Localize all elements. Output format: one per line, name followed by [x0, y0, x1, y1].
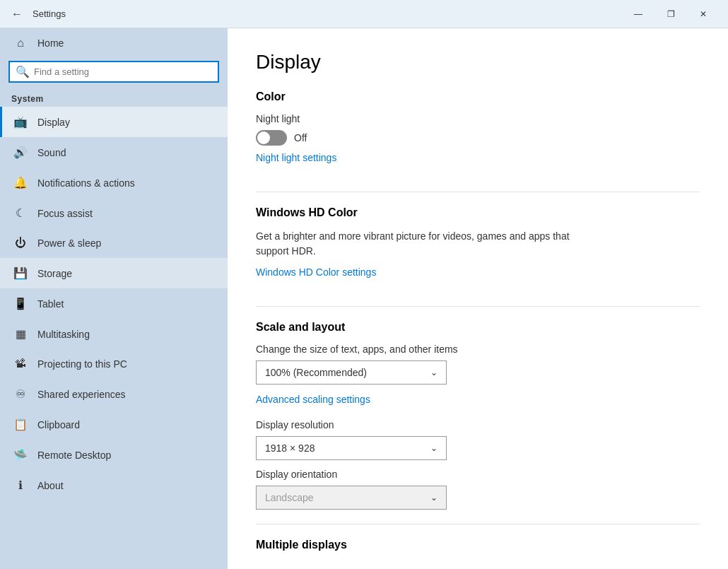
hd-color-section: Windows HD Color Get a brighter and more… — [256, 206, 700, 292]
divider-2 — [256, 306, 700, 307]
orientation-dropdown-container: Landscape ⌄ — [256, 486, 700, 510]
hd-color-settings-link[interactable]: Windows HD Color settings — [256, 266, 376, 278]
color-heading: Color — [256, 90, 700, 103]
display-icon: 📺 — [13, 115, 28, 129]
focus-icon: ☾ — [13, 206, 28, 220]
chevron-down-icon-3: ⌄ — [430, 493, 438, 503]
sidebar-item-power[interactable]: ⏻ Power & sleep — [0, 228, 228, 258]
night-light-toggle[interactable] — [256, 130, 287, 146]
close-button[interactable]: ✕ — [687, 0, 720, 28]
remote-icon: 🛸 — [13, 448, 28, 462]
resolution-label: Display resolution — [256, 419, 700, 430]
night-light-label: Night light — [256, 113, 700, 124]
sidebar-item-label: Storage — [37, 268, 72, 279]
scale-layout-heading: Scale and layout — [256, 321, 700, 334]
night-light-toggle-row: Off — [256, 130, 700, 146]
notifications-icon: 🔔 — [13, 176, 28, 189]
hd-color-description: Get a brighter and more vibrant picture … — [256, 229, 595, 259]
sidebar-item-multitasking[interactable]: ▦ Multitasking — [0, 319, 228, 349]
clipboard-icon: 📋 — [13, 418, 28, 431]
page-title: Display — [256, 51, 700, 74]
hd-color-heading: Windows HD Color — [256, 206, 700, 219]
sidebar-item-home[interactable]: ⌂ Home — [0, 28, 228, 58]
sidebar-item-label: Tablet — [37, 298, 64, 310]
sidebar-item-shared[interactable]: ♾ Shared experiences — [0, 379, 228, 409]
sidebar-item-label: Clipboard — [37, 419, 80, 430]
sidebar-item-label: Display — [37, 117, 70, 128]
chevron-down-icon: ⌄ — [430, 368, 438, 377]
sound-icon: 🔊 — [13, 146, 28, 159]
sidebar-item-display[interactable]: 📺 Display — [0, 107, 228, 137]
titlebar-title: Settings — [33, 8, 66, 19]
window-controls: — ❐ ✕ — [622, 0, 720, 28]
resolution-dropdown-container: 1918 × 928 ⌄ — [256, 436, 700, 460]
search-input[interactable] — [34, 66, 212, 77]
multiple-displays-section: Multiple displays — [256, 539, 700, 551]
main-layout: ⌂ Home 🔍 System 📺 Display 🔊 Sound 🔔 Noti… — [0, 28, 728, 569]
sidebar-item-label: Multitasking — [37, 329, 90, 340]
sidebar-item-label: Focus assist — [37, 208, 93, 219]
divider-1 — [256, 192, 700, 192]
back-button[interactable]: ← — [8, 5, 25, 23]
multiple-displays-heading: Multiple displays — [256, 539, 700, 551]
advanced-scaling-link[interactable]: Advanced scaling settings — [256, 394, 370, 405]
scale-dropdown-value: 100% (Recommended) — [265, 367, 367, 378]
chevron-down-icon-2: ⌄ — [430, 443, 438, 453]
color-section: Color Night light Off Night light settin… — [256, 90, 700, 177]
power-icon: ⏻ — [13, 237, 28, 250]
sidebar-item-label: Shared experiences — [37, 389, 126, 400]
scale-dropdown-container: 100% (Recommended) ⌄ — [256, 360, 700, 385]
tablet-icon: 📱 — [13, 297, 28, 310]
sidebar-item-label: Sound — [37, 147, 66, 158]
sidebar-section-label: System — [0, 88, 228, 107]
orientation-dropdown-value: Landscape — [265, 492, 314, 503]
resolution-dropdown-value: 1918 × 928 — [265, 442, 315, 454]
sidebar-item-sound[interactable]: 🔊 Sound — [0, 137, 228, 168]
minimize-button[interactable]: — — [622, 0, 654, 28]
divider-3 — [256, 524, 700, 524]
sidebar-item-focus[interactable]: ☾ Focus assist — [0, 198, 228, 228]
sidebar-item-tablet[interactable]: 📱 Tablet — [0, 288, 228, 319]
about-icon: ℹ — [13, 479, 28, 492]
orientation-dropdown: Landscape ⌄ — [256, 486, 447, 510]
sidebar-item-about[interactable]: ℹ About — [0, 470, 228, 500]
content-area: Display Color Night light Off Night ligh… — [228, 28, 728, 569]
search-box: 🔍 — [8, 61, 219, 83]
sidebar: ⌂ Home 🔍 System 📺 Display 🔊 Sound 🔔 Noti… — [0, 28, 228, 569]
home-label: Home — [37, 37, 64, 49]
titlebar: ← Settings — ❐ ✕ — [0, 0, 728, 28]
sidebar-item-remote[interactable]: 🛸 Remote Desktop — [0, 440, 228, 470]
shared-icon: ♾ — [13, 387, 28, 401]
home-icon: ⌂ — [13, 37, 28, 49]
sidebar-item-label: Power & sleep — [37, 237, 101, 249]
sidebar-item-label: Projecting to this PC — [37, 358, 127, 370]
change-size-label: Change the size of text, apps, and other… — [256, 344, 700, 355]
sidebar-item-label: Notifications & actions — [37, 177, 135, 189]
scale-dropdown[interactable]: 100% (Recommended) ⌄ — [256, 360, 447, 385]
sidebar-item-label: Remote Desktop — [37, 450, 111, 461]
maximize-button[interactable]: ❐ — [654, 0, 687, 28]
resolution-dropdown[interactable]: 1918 × 928 ⌄ — [256, 436, 447, 460]
sidebar-item-notifications[interactable]: 🔔 Notifications & actions — [0, 168, 228, 198]
search-icon: 🔍 — [16, 65, 30, 78]
scale-layout-section: Scale and layout Change the size of text… — [256, 321, 700, 510]
storage-icon: 💾 — [13, 266, 28, 280]
night-light-settings-link[interactable]: Night light settings — [256, 152, 336, 163]
night-light-state: Off — [294, 132, 307, 143]
projecting-icon: 📽 — [13, 358, 28, 370]
sidebar-item-clipboard[interactable]: 📋 Clipboard — [0, 409, 228, 440]
orientation-label: Display orientation — [256, 469, 700, 480]
sidebar-item-label: About — [37, 480, 64, 491]
multitasking-icon: ▦ — [13, 327, 28, 341]
sidebar-item-projecting[interactable]: 📽 Projecting to this PC — [0, 349, 228, 379]
sidebar-item-storage[interactable]: 💾 Storage — [0, 258, 228, 288]
